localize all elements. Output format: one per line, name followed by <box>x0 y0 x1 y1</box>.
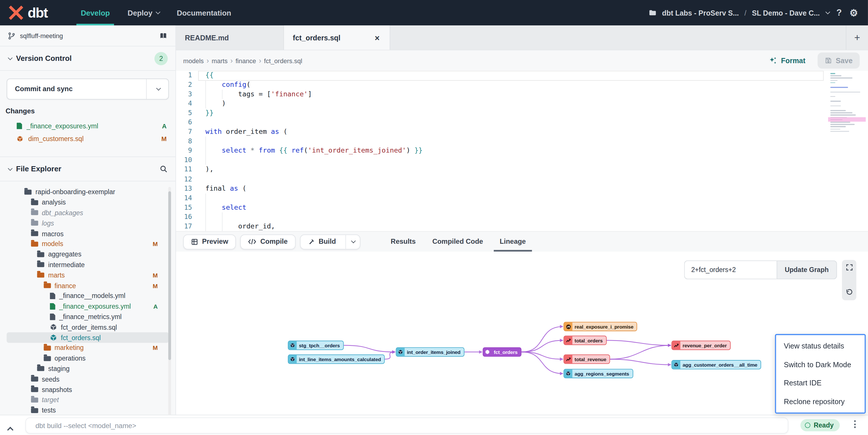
kebab-menu-icon[interactable] <box>854 420 856 428</box>
build-options-chevron[interactable] <box>345 235 360 249</box>
tree-item-aggregates[interactable]: aggregates <box>7 249 169 260</box>
tree-item-_finance_metrics.yml[interactable]: _finance_metrics.yml <box>7 311 169 322</box>
indent-guide <box>222 212 222 222</box>
file-explorer-header[interactable]: File Explorer <box>0 157 176 181</box>
tree-item-logs[interactable]: logs <box>7 218 169 229</box>
lineage-node-int_order_items_joined[interactable]: int_order_items_joined <box>396 347 464 357</box>
tree-item-marts[interactable]: martsM <box>7 270 169 280</box>
menu-item-restart-ide[interactable]: Restart IDE <box>776 374 865 392</box>
new-tab-button[interactable]: + <box>846 25 868 49</box>
breadcrumb-item[interactable]: marts <box>212 57 227 64</box>
tree-item-seeds[interactable]: seeds <box>7 374 169 384</box>
docs-book-icon[interactable] <box>159 32 168 39</box>
status-context-menu: View status detailsSwitch to Dark ModeRe… <box>775 334 866 414</box>
change-row[interactable]: _finance_exposures.ymlA <box>0 120 176 132</box>
menu-item-switch-to-dark-mode[interactable]: Switch to Dark Mode <box>776 356 865 374</box>
lineage-node-revenue_per_order[interactable]: revenue_per_order <box>671 341 731 350</box>
lineage-node-stg_tpch__orders[interactable]: stg_tpch__orders <box>288 341 344 350</box>
folder-icon <box>37 273 44 278</box>
lineage-node-real_exposure_i_promise[interactable]: real_exposure_i_promise <box>564 322 637 331</box>
scrollbar-thumb[interactable] <box>168 191 171 360</box>
menu-item-reclone-repository[interactable]: Reclone repository <box>776 392 865 411</box>
save-button[interactable]: Save <box>817 53 860 69</box>
version-control-header[interactable]: Version Control 2 <box>0 46 176 71</box>
tree-item-_finance_exposures.yml[interactable]: _finance_exposures.ymlA <box>7 301 169 311</box>
tree-item-finance[interactable]: financeM <box>7 280 169 291</box>
preview-button[interactable]: Preview <box>183 234 236 249</box>
folder-icon <box>31 231 38 236</box>
commit-options-button[interactable] <box>146 79 168 99</box>
tree-item-snapshots[interactable]: snapshots <box>7 384 169 395</box>
tree-item-analysis[interactable]: analysis <box>7 197 169 208</box>
nav-item-documentation[interactable]: Documentation <box>168 0 240 25</box>
compile-button[interactable]: Compile <box>240 234 295 249</box>
tab-fct_orders.sql[interactable]: fct_orders.sql× <box>284 25 390 49</box>
menu-item-view-status-details[interactable]: View status details <box>776 337 865 355</box>
tree-item-dbt_packages[interactable]: dbt_packages <box>7 208 169 218</box>
lineage-graph[interactable]: Update Graph stg_tpch__ordersint_line_it… <box>176 252 868 415</box>
nav-item-develop[interactable]: Develop <box>72 0 119 25</box>
action-button-label: Preview <box>202 238 228 245</box>
status-badge[interactable]: Ready <box>800 419 840 431</box>
minimap-line <box>831 108 834 108</box>
tree-item-tests[interactable]: tests <box>7 405 169 415</box>
editor-minimap[interactable] <box>831 73 865 133</box>
lineage-node-fct_orders[interactable]: fct_orders <box>483 347 522 357</box>
indent-guide <box>205 137 206 146</box>
branch-name[interactable]: sqlfluff-meeting <box>20 32 154 39</box>
breadcrumb-item[interactable]: fct_orders.sql <box>264 57 302 64</box>
build-button[interactable]: Build <box>300 234 360 249</box>
minimap-line <box>831 94 834 95</box>
folder-icon <box>37 263 44 267</box>
lineage-node-agg_regions_segments[interactable]: agg_regions_segments <box>564 369 633 378</box>
account-name[interactable]: dbt Labs - ProServ S... <box>662 9 739 17</box>
lineage-node-int_line_items_amounts_calculated[interactable]: int_line_items_amounts_calculated <box>288 355 385 364</box>
tab-README.md[interactable]: README.md <box>176 25 284 49</box>
tree-item-models[interactable]: modelsM <box>7 239 169 249</box>
tree-item-_finance__models.yml[interactable]: _finance__models.yml <box>7 291 169 301</box>
panel-tab-lineage[interactable]: Lineage <box>492 232 534 252</box>
git-branch-icon <box>8 32 16 39</box>
line-number: 17 <box>176 222 192 231</box>
project-chevron-down-icon[interactable] <box>826 9 830 14</box>
panel-tab-results[interactable]: Results <box>382 232 424 252</box>
file-tree-scrollbar[interactable] <box>168 187 171 415</box>
settings-gear-icon[interactable]: ⚙ <box>849 7 858 19</box>
tree-item-fct_order_items.sql[interactable]: fct_order_items.sql <box>7 322 169 332</box>
nav-item-label: Develop <box>81 9 110 17</box>
tree-item-intermediate[interactable]: intermediate <box>7 260 169 270</box>
format-button[interactable]: Format <box>769 57 806 65</box>
lineage-edge <box>522 340 563 352</box>
folder-icon <box>649 9 657 17</box>
tree-item-marketing[interactable]: marketingM <box>7 343 169 353</box>
tree-item-fct_orders.sql[interactable]: fct_orders.sql <box>7 332 169 343</box>
lineage-node-total_orders[interactable]: total_orders <box>564 336 607 345</box>
breadcrumb-item[interactable]: finance <box>236 57 256 64</box>
breadcrumb: models›marts›finance›fct_orders.sql <box>176 57 302 65</box>
search-icon[interactable] <box>159 165 168 173</box>
expand-panel-chevron-icon[interactable] <box>9 424 13 434</box>
nav-item-label: Deploy <box>128 9 152 17</box>
tree-item-staging[interactable]: staging <box>7 364 169 374</box>
change-row[interactable]: dim_customers.sqlM <box>0 132 176 145</box>
breadcrumb-separator: › <box>230 57 233 65</box>
close-icon[interactable]: × <box>374 33 380 42</box>
commit-and-sync-button[interactable]: Commit and sync <box>7 78 169 100</box>
breadcrumb-item[interactable]: models <box>183 57 204 64</box>
dbt-logo[interactable]: dbt <box>0 0 58 25</box>
code-editor[interactable]: 1{{2 config(3 tags = ['finance']4 )5}}67… <box>176 71 868 231</box>
project-name[interactable]: SL Demo - Dave C... <box>752 9 820 17</box>
tree-item-rapid-onboarding-exemplar[interactable]: rapid-onboarding-exemplar <box>7 187 169 197</box>
line-number: 14 <box>176 193 192 203</box>
lineage-node-agg_customer_orders__all_time[interactable]: agg_customer_orders__all_time <box>671 360 761 370</box>
tree-item-operations[interactable]: operations <box>7 353 169 364</box>
lineage-node-label: total_orders <box>572 336 606 345</box>
nav-item-deploy[interactable]: Deploy <box>119 0 168 25</box>
command-input[interactable] <box>25 417 788 434</box>
panel-tab-compiled-code[interactable]: Compiled Code <box>424 232 491 252</box>
tree-item-macros[interactable]: macros <box>7 229 169 239</box>
code-token: ( <box>246 81 250 89</box>
tree-item-target[interactable]: target <box>7 395 169 405</box>
help-button[interactable]: ? <box>834 8 844 18</box>
lineage-node-total_revenue[interactable]: total_revenue <box>564 355 610 364</box>
